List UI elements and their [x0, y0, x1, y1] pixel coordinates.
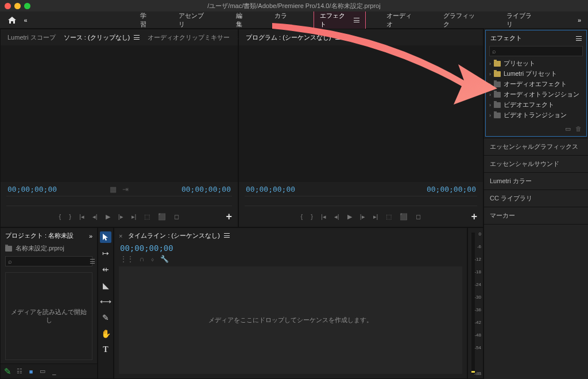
export-frame-button[interactable]: ◻	[416, 213, 421, 221]
close-window-button[interactable]	[5, 3, 11, 9]
tab-graphics[interactable]: グラフィック	[438, 10, 486, 30]
maximize-window-button[interactable]	[24, 3, 30, 9]
project-overflow-button[interactable]: »	[89, 233, 92, 239]
effects-search[interactable]: ⌕	[489, 46, 583, 56]
marker-button[interactable]: ⬨	[150, 255, 154, 263]
project-drop-area[interactable]: メディアを読み込んで開始し	[5, 272, 92, 360]
tab-timeline[interactable]: タイムライン : (シーケンスなし)	[126, 230, 232, 241]
home-button[interactable]	[3, 11, 21, 29]
program-timecode-in[interactable]: 00;00;00;00	[246, 185, 295, 194]
razor-tool[interactable]: ◣	[100, 280, 111, 291]
panel-lumetri-color[interactable]: Lumetri カラー	[484, 172, 588, 190]
project-search[interactable]: ⌕ ☰	[5, 256, 92, 266]
search-icon: ⌕	[490, 48, 498, 55]
workspace-bar: « 学習 アセンブリ 編集 カラー エフェクト オーディオ グラフィック ライブ…	[0, 11, 588, 29]
snap-button[interactable]: ⋮⋮	[120, 255, 134, 263]
step-back-button[interactable]: ◂|	[334, 213, 339, 221]
tab-assembly[interactable]: アセンブリ	[173, 10, 215, 30]
tab-effects-label: エフェクト	[320, 11, 350, 29]
folder-video-effects[interactable]: ›ビデオエフェクト	[488, 100, 584, 110]
timeline-drop-area[interactable]: メディアをここにドロップしてシーケンスを作成します。	[119, 266, 462, 374]
step-forward-button[interactable]: |▸	[360, 213, 365, 221]
tab-libraries[interactable]: ライブラリ	[501, 10, 543, 30]
step-back-button[interactable]: ◂|	[92, 213, 98, 221]
mark-in-button[interactable]: {	[301, 213, 303, 220]
zoom-slider[interactable]: ⎯	[50, 368, 58, 376]
program-timecode-out[interactable]: 00;00;00;00	[427, 185, 476, 194]
folder-video-transitions[interactable]: ›ビデオトランジション	[488, 110, 584, 121]
go-to-in-button[interactable]: |◂	[79, 213, 84, 221]
overwrite-button[interactable]: ⬛	[158, 213, 166, 221]
slip-tool[interactable]: ⟷	[100, 296, 111, 307]
freeform-view-button[interactable]: ▭	[38, 368, 47, 376]
play-button[interactable]: ▶	[106, 213, 110, 221]
project-panel-title[interactable]: プロジェクト : 名称未設	[5, 231, 74, 240]
tab-audio-clip-mixer[interactable]: オーディオクリップミキサー	[145, 32, 232, 43]
workspace-overflow-button[interactable]: »	[574, 16, 585, 25]
filter-icon[interactable]: ☰	[87, 258, 98, 265]
pencil-icon[interactable]: ✎	[4, 366, 11, 377]
tab-audio[interactable]: オーディオ	[381, 10, 423, 30]
project-file-icon	[5, 246, 12, 252]
tab-learning[interactable]: 学習	[134, 10, 158, 30]
folder-audio-transitions[interactable]: ›オーディオトランジション	[488, 90, 584, 100]
type-tool[interactable]: T	[100, 344, 111, 355]
track-select-tool[interactable]: ↦	[100, 247, 111, 259]
timeline-settings-button[interactable]: 🔧	[160, 255, 169, 263]
mark-out-button[interactable]: }	[69, 213, 71, 220]
program-ruler[interactable]	[245, 196, 477, 206]
tab-source[interactable]: ソース : (クリップなし)	[61, 32, 142, 43]
folder-lumetri-presets[interactable]: ›Lumetri プリセット	[488, 69, 584, 79]
folder-icon	[494, 71, 501, 77]
hamburger-icon	[354, 18, 359, 22]
pen-tool[interactable]: ✎	[100, 312, 111, 323]
source-ruler[interactable]	[6, 196, 232, 206]
panel-essential-sound[interactable]: エッセンシャルサウンド	[484, 155, 588, 172]
step-forward-button[interactable]: |▸	[118, 213, 123, 221]
program-transport: { } |◂ ◂| ▶ |▸ ▸| ⬚ ⬛ ◻ +	[239, 206, 483, 227]
selection-tool[interactable]	[100, 231, 111, 243]
new-bin-button[interactable]: ▭	[565, 125, 571, 133]
timeline-timecode[interactable]: 00;00;00;00	[114, 243, 467, 255]
tab-editing[interactable]: 編集	[230, 10, 254, 30]
go-to-out-button[interactable]: ▸|	[373, 213, 378, 221]
fit-icon[interactable]: ▦	[110, 185, 117, 194]
list-view-button[interactable]: ☷	[16, 368, 24, 376]
delete-button[interactable]: 🗑	[575, 125, 582, 133]
mark-in-button[interactable]: {	[59, 213, 61, 220]
project-search-input[interactable]	[14, 258, 87, 265]
play-button[interactable]: ▶	[347, 213, 352, 221]
panel-cc-libraries[interactable]: CC ライブラリ	[484, 190, 588, 207]
panel-essential-graphics[interactable]: エッセンシャルグラフィックス	[484, 138, 588, 155]
effects-search-input[interactable]	[498, 48, 582, 55]
linked-selection-button[interactable]: ∩	[140, 255, 145, 263]
icon-view-button[interactable]: ■	[27, 368, 35, 376]
folder-presets[interactable]: ›プリセット	[488, 59, 584, 69]
tab-color[interactable]: カラー	[269, 10, 299, 30]
folder-audio-effects[interactable]: ›オーディオエフェクト	[488, 79, 584, 90]
button-editor[interactable]: +	[471, 211, 477, 223]
hand-tool[interactable]: ✋	[100, 328, 111, 339]
tab-program[interactable]: プログラム : (シーケンスなし)	[243, 32, 343, 43]
minimize-window-button[interactable]	[14, 3, 21, 9]
lift-button[interactable]: ⬚	[386, 213, 392, 221]
go-to-out-button[interactable]: ▸|	[131, 213, 137, 221]
tab-program-label: プログラム : (シーケンスなし)	[246, 34, 331, 41]
go-to-in-button[interactable]: |◂	[321, 213, 326, 221]
ripple-edit-tool[interactable]: ⇷	[100, 264, 111, 275]
source-timecode-in[interactable]: 00;00;00;00	[7, 185, 57, 194]
tab-lumetri-scopes[interactable]: Lumetri スコープ	[5, 32, 58, 43]
export-frame-button[interactable]: ◻	[174, 213, 179, 221]
button-editor[interactable]: +	[226, 211, 232, 223]
insert-button[interactable]: ⬚	[144, 213, 150, 221]
mark-out-button[interactable]: }	[311, 213, 313, 220]
panel-menu-icon[interactable]	[576, 36, 582, 41]
extract-button[interactable]: ⬛	[400, 213, 408, 221]
tab-effects[interactable]: エフェクト	[314, 10, 366, 30]
panel-markers[interactable]: マーカー	[484, 207, 588, 224]
document-path: /ユーザ/mac/書類/Adobe/Premiere Pro/14.0/名称未設…	[207, 2, 380, 10]
overflow-left-button[interactable]: «	[21, 16, 31, 25]
settings-icon[interactable]: ⇥	[122, 185, 129, 194]
source-timecode-out[interactable]: 00;00;00;00	[181, 185, 231, 194]
audio-meters[interactable]: 0 -6 -12 -18 -24 -30 -36 -42 -48 -54 -dB	[467, 227, 483, 379]
